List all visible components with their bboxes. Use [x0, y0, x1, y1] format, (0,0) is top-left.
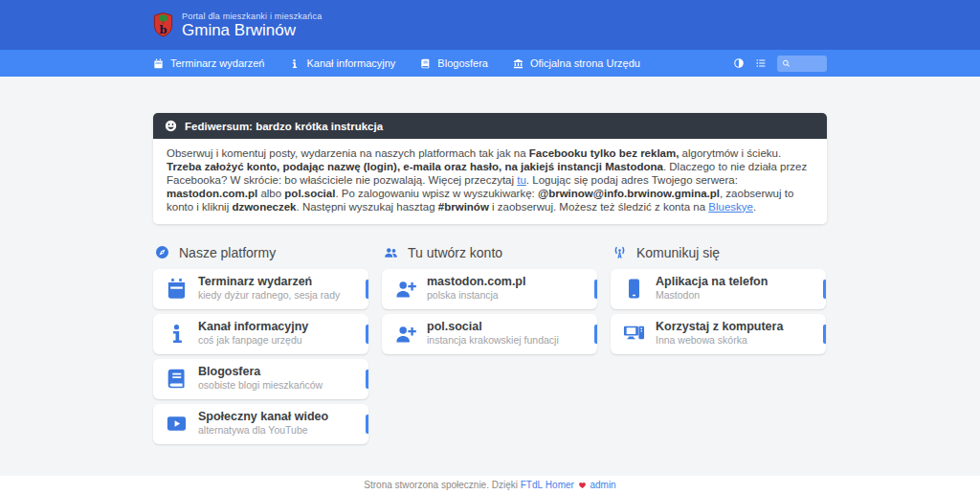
desktop-icon — [623, 323, 645, 345]
text: . Następni wyszukaj hasztag — [297, 201, 438, 213]
bold-text: @brwinow@info.brwinow.gmina.pl — [538, 188, 720, 199]
info-icon — [289, 58, 300, 69]
bold-text: dzwoneczek — [232, 201, 296, 213]
card-kanal-informacyjny[interactable]: Kanał informacyjny coś jak fanpage urzęd… — [153, 314, 368, 354]
column-title: Tu utwórz konto — [408, 245, 502, 260]
nav-link-blogosfera[interactable]: Blogosfera — [420, 57, 488, 69]
footer: Strona stworzona społecznie. Dzięki FTdL… — [0, 476, 980, 494]
text: algorytmów i ścieku. — [679, 147, 781, 159]
card-accent-bar — [594, 325, 597, 344]
card-title: pol.social — [427, 320, 559, 334]
nav-link-label: Kanał informacyjny — [306, 57, 395, 69]
card-subtitle: polska instancja — [427, 289, 525, 302]
card-subtitle: coś jak fanpage urzędu — [198, 334, 308, 347]
card-list: Terminarz wydarzeń kiedy dyżur radnego, … — [153, 269, 368, 444]
card-terminarz-wydarzen[interactable]: Terminarz wydarzeń kiedy dyżur radnego, … — [153, 269, 368, 309]
search-icon — [782, 59, 791, 68]
bold-text: #brwinów — [438, 201, 489, 213]
card-subtitle: osobiste blogi mieszkańców — [198, 379, 323, 392]
message-header: Fediwersum: bardzo krótka instrukcja — [153, 113, 827, 139]
message-panel: Fediwersum: bardzo krótka instrukcja Obs… — [153, 113, 827, 224]
link-tu[interactable]: tu — [517, 174, 526, 186]
page: b Portal dla mieszkanki i mieszkańca Gmi… — [0, 0, 980, 494]
card-accent-bar — [594, 280, 597, 299]
column-title: Komunikuj się — [636, 245, 720, 260]
service-columns: Nasze platformy Terminarz wydarzeń kiedy… — [153, 245, 827, 444]
text: . — [753, 201, 756, 213]
text: i zaobserwuj. Możesz też śledzić z konta… — [489, 201, 708, 213]
column-komunikuj-sie: Komunikuj się Aplikacja na telefon Masto… — [611, 245, 826, 444]
calendar-icon — [166, 278, 188, 300]
bold-text: mastodon.com.pl — [167, 188, 257, 199]
card-accent-bar — [366, 280, 368, 299]
link-blueskye[interactable]: Blueskye — [708, 201, 753, 213]
bold-text: pol.social — [284, 188, 335, 199]
text: Obserwuj i komentuj posty, wydarzenia na… — [167, 147, 529, 159]
brwinow-crest-logo: b — [153, 11, 173, 38]
card-subtitle: alternatywa dla YouTube — [198, 424, 328, 437]
text: . Po zalogowaniu wpisz w wyszukiwarkę: — [335, 188, 538, 199]
card-title: Korzystaj z komputera — [656, 320, 783, 334]
nav-link-label: Terminarz wydarzeń — [170, 57, 264, 69]
nav-link-label: Blogosfera — [437, 57, 488, 69]
card-accent-bar — [823, 280, 826, 299]
card-korzystaj-z-komputera[interactable]: Korzystaj z komputera Inna webowa skórka — [611, 314, 826, 354]
column-title: Nasze platformy — [179, 245, 276, 260]
svg-text:b: b — [160, 23, 167, 36]
card-aplikacja-na-telefon[interactable]: Aplikacja na telefon Mastodon — [611, 269, 826, 309]
link-homer[interactable]: Homer — [546, 480, 574, 490]
nav-link-kanal-informacyjny[interactable]: Kanał informacyjny — [289, 57, 395, 69]
card-list: Aplikacja na telefon Mastodon Korzystaj … — [611, 269, 826, 354]
column-nasze-platformy: Nasze platformy Terminarz wydarzeń kiedy… — [153, 245, 368, 444]
dark-mode-toggle[interactable] — [733, 57, 745, 69]
card-subtitle: kiedy dyżur radnego, sesja rady — [198, 289, 340, 302]
card-spoleczny-kanal-wideo[interactable]: Społeczny kanał wideo alternatywa dla Yo… — [153, 404, 368, 444]
book-icon — [420, 58, 431, 69]
user-plus-icon — [394, 278, 416, 300]
main-content: Fediwersum: bardzo krótka instrukcja Obs… — [0, 77, 980, 476]
column-header: Nasze platformy — [155, 245, 368, 260]
nav-link-label: Oficjalna strona Urzędu — [530, 57, 640, 69]
nav-links: Terminarz wydarzeń Kanał informacyjny Bl… — [153, 50, 665, 77]
card-title: Terminarz wydarzeń — [198, 275, 340, 289]
nav-tools — [733, 56, 827, 72]
card-accent-bar — [823, 325, 826, 344]
youtube-icon — [166, 413, 188, 435]
card-accent-bar — [366, 415, 368, 434]
grin-icon — [165, 120, 177, 132]
text — [574, 480, 577, 490]
column-header: Komunikuj się — [612, 245, 826, 260]
site-header: b Portal dla mieszkanki i mieszkańca Gmi… — [0, 0, 980, 50]
card-subtitle: Mastodon — [656, 289, 768, 302]
message-title: Fediwersum: bardzo krótka instrukcja — [185, 121, 383, 132]
link-admin[interactable]: admin — [590, 480, 615, 490]
card-list: mastodon.com.pl polska instancja pol.soc… — [382, 269, 597, 354]
info-icon — [166, 323, 188, 345]
message-body: Obserwuj i komentuj posty, wydarzenia na… — [153, 139, 827, 224]
calendar-icon — [153, 58, 164, 69]
card-mastodon-com-pl[interactable]: mastodon.com.pl polska instancja — [382, 269, 597, 309]
mobile-icon — [623, 278, 645, 300]
bank-icon — [513, 58, 523, 69]
card-blogosfera[interactable]: Blogosfera osobiste blogi mieszkańców — [153, 359, 368, 399]
nav-link-oficjalna-strona-urzedu[interactable]: Oficjalna strona Urzędu — [513, 57, 640, 69]
nav-link-terminarz-wydarzen[interactable]: Terminarz wydarzeń — [153, 57, 264, 69]
card-pol-social[interactable]: pol.social instancja krakowskiej fundacj… — [382, 314, 597, 354]
user-plus-icon — [394, 323, 416, 345]
column-tu-utworz-konto: Tu utwórz konto mastodon.com.pl polska i… — [382, 245, 597, 444]
footer-text: Strona stworzona społecznie. Dzięki FTdL… — [364, 480, 615, 490]
bold-text: Trzeba założyć konto, podając nazwę (log… — [167, 161, 663, 172]
card-title: Kanał informacyjny — [198, 320, 308, 334]
card-title: mastodon.com.pl — [427, 275, 525, 289]
card-accent-bar — [366, 370, 368, 389]
search-input[interactable] — [794, 58, 822, 69]
link-ftdl[interactable]: FTdL — [521, 480, 543, 490]
users-icon — [384, 245, 398, 259]
layout-toggle[interactable] — [755, 57, 767, 69]
card-title: Aplikacja na telefon — [656, 275, 768, 289]
card-accent-bar — [366, 325, 368, 344]
column-header: Tu utwórz konto — [384, 245, 597, 260]
card-title: Społeczny kanał wideo — [198, 410, 328, 424]
card-title: Blogosfera — [198, 365, 323, 379]
search-box[interactable] — [777, 56, 827, 72]
